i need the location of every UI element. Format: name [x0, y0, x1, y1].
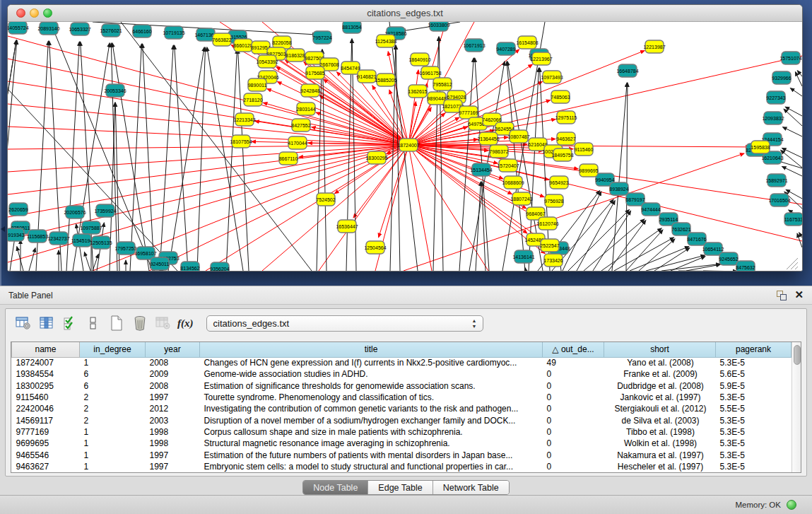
table-cell[interactable]: 5.3E-5 [716, 438, 792, 449]
window-titlebar[interactable]: citations_edges.txt [8, 5, 802, 22]
table-scrollbar[interactable] [792, 342, 801, 472]
table-cell[interactable]: Changes of HCN gene expression and I(f) … [200, 357, 543, 368]
table-cell[interactable]: Nakamura et al. (1997) [604, 449, 716, 460]
tab-network-table[interactable]: Network Table [433, 481, 509, 494]
graph-node[interactable]: 10807487 [507, 130, 529, 143]
table-cell[interactable]: Dudbridge et al. (2008) [604, 380, 716, 392]
table-cell[interactable]: 0 [543, 461, 604, 472]
table-settings-icon[interactable] [14, 314, 33, 332]
table-cell[interactable]: 1997 [146, 461, 200, 472]
table-cell[interactable]: 5.3E-5 [716, 426, 792, 438]
float-panel-icon[interactable] [777, 291, 787, 300]
graph-node[interactable]: 4170044 [288, 136, 307, 149]
graph-node[interactable]: 7485063 [551, 90, 570, 103]
graph-node[interactable]: 6879197 [625, 193, 645, 206]
table-cell[interactable]: Disruption of a novel member of a sodium… [200, 414, 543, 426]
table-cell[interactable]: 9777169 [12, 426, 80, 438]
graph-node[interactable]: 12504564 [364, 241, 386, 254]
graph-node[interactable]: 9115460 [575, 143, 594, 156]
row-height-icon[interactable] [84, 314, 102, 332]
graph-node[interactable]: 2803144 [296, 103, 315, 115]
panel-toggle-arrow-icon[interactable] [1, 226, 5, 232]
graph-node[interactable]: 9474444 [641, 203, 660, 216]
table-cell[interactable]: 0 [543, 380, 604, 392]
table-cell[interactable]: Corpus callosum shape and size in male p… [200, 426, 543, 438]
table-cell[interactable]: 9463627 [12, 461, 80, 472]
graph-node[interactable]: 9175685 [305, 66, 324, 79]
column-header-name[interactable]: name [12, 342, 80, 357]
table-cell[interactable]: 6 [80, 380, 146, 392]
table-cell[interactable]: 9465546 [12, 449, 80, 460]
table-cell[interactable]: 2012 [146, 403, 200, 414]
table-cell[interactable]: 5.5E-5 [716, 403, 792, 414]
column-header-pagerank[interactable]: pagerank [716, 342, 792, 357]
table-cell[interactable]: 0 [543, 426, 604, 438]
table-cell[interactable]: 2 [80, 403, 146, 414]
network-graph-svg[interactable]: 1405572420893140106533271527602164661601… [8, 22, 802, 271]
table-cell[interactable]: Embryonic stem cells: a model to study s… [200, 461, 543, 472]
network-canvas[interactable]: 1405572420893140106533271527602164661601… [8, 22, 802, 271]
table-row[interactable]: 1830029562008Estimation of significance … [12, 380, 792, 392]
graph-node[interactable]: 16033809 [428, 22, 449, 31]
graph-node[interactable]: 12213987 [643, 40, 665, 53]
table-cell[interactable]: 5.3E-5 [716, 449, 792, 460]
column-header-short[interactable]: short [604, 342, 716, 357]
table-scrollbar-thumb[interactable] [794, 345, 801, 365]
tab-node-table[interactable]: Node Table [303, 481, 368, 494]
graph-node[interactable]: 12093832 [762, 112, 784, 124]
graph-node[interactable]: 18807243 [510, 192, 532, 205]
graph-node[interactable]: 9890011 [248, 78, 267, 91]
node-data-table[interactable]: namein_degreeyeartitle△ out_de...shortpa… [11, 342, 792, 472]
table-cell[interactable]: Estimation of significance thresholds fo… [200, 380, 543, 392]
graph-node[interactable]: 15720407 [497, 159, 519, 172]
table-cell[interactable]: 1998 [146, 426, 200, 438]
graph-node[interactable]: 9242848 [300, 84, 319, 97]
table-cell[interactable]: Structural magnetic resonance image aver… [200, 438, 543, 449]
graph-node[interactable]: 10688609 [502, 176, 524, 189]
graph-node[interactable]: 20893140 [37, 22, 59, 35]
graph-node[interactable]: 12213343 [233, 113, 255, 126]
column-header-title[interactable]: title [200, 342, 543, 357]
graph-node[interactable]: 10653327 [69, 23, 90, 35]
graph-node[interactable]: 8475632 [736, 261, 755, 271]
table-cell[interactable]: Estimation of the future numbers of pati… [200, 449, 543, 460]
table-cell[interactable]: 2003 [146, 414, 200, 426]
table-cell[interactable]: de Silva et al. (2003) [604, 414, 716, 426]
table-cell[interactable]: 18300295 [12, 380, 80, 392]
graph-node[interactable]: 1167533 [784, 213, 802, 226]
graph-node[interactable]: 7986372 [489, 145, 508, 158]
close-panel-icon[interactable]: ✕ [794, 289, 804, 300]
delete-icon[interactable] [131, 314, 149, 332]
graph-node[interactable]: 8134562 [180, 262, 199, 271]
table-cell[interactable]: 18724007 [12, 357, 80, 368]
table-cell[interactable]: Stergiakouli et al. (2012) [604, 403, 716, 414]
graph-node[interactable]: 9463627 [556, 132, 575, 145]
graph-node[interactable]: 7632621 [671, 223, 690, 235]
table-row[interactable]: 946554611997Estimation of the future num… [12, 449, 792, 460]
table-cell[interactable]: 1 [80, 357, 146, 368]
graph-node[interactable]: 9245011 [151, 257, 170, 270]
table-cell[interactable]: 0 [543, 449, 604, 460]
column-header-in_degree[interactable]: in_degree [80, 342, 146, 357]
table-cell[interactable]: 9699695 [12, 438, 80, 449]
table-row[interactable]: 1938455462009Genome-wide association stu… [12, 368, 792, 380]
graph-node[interactable]: 9654923 [549, 176, 568, 189]
graph-node[interactable]: 10719135 [163, 26, 184, 39]
graph-node[interactable]: 8938924 [609, 182, 628, 195]
show-column-icon[interactable] [37, 314, 56, 332]
table-row[interactable]: 969969511998Structural magnetic resonanc… [12, 438, 792, 449]
column-header-year[interactable]: year [146, 342, 200, 357]
graph-node[interactable]: 15276021 [100, 24, 122, 37]
table-cell[interactable]: 2 [80, 392, 146, 403]
memory-status-indicator[interactable] [787, 500, 796, 510]
table-cell[interactable]: 2009 [146, 368, 200, 380]
table-cell[interactable]: Jankovic et al. (1997) [604, 392, 716, 403]
graph-node[interactable]: 12975115 [555, 111, 577, 124]
select-rows-icon[interactable] [61, 314, 79, 332]
table-cell[interactable]: 19384554 [12, 368, 80, 380]
table-cell[interactable]: 2008 [146, 357, 200, 368]
table-cell[interactable]: 5.3E-5 [716, 392, 792, 403]
graph-node[interactable]: 7524502 [316, 193, 335, 206]
graph-node[interactable]: 20053346 [104, 84, 126, 97]
table-cell[interactable]: 2 [80, 414, 146, 426]
